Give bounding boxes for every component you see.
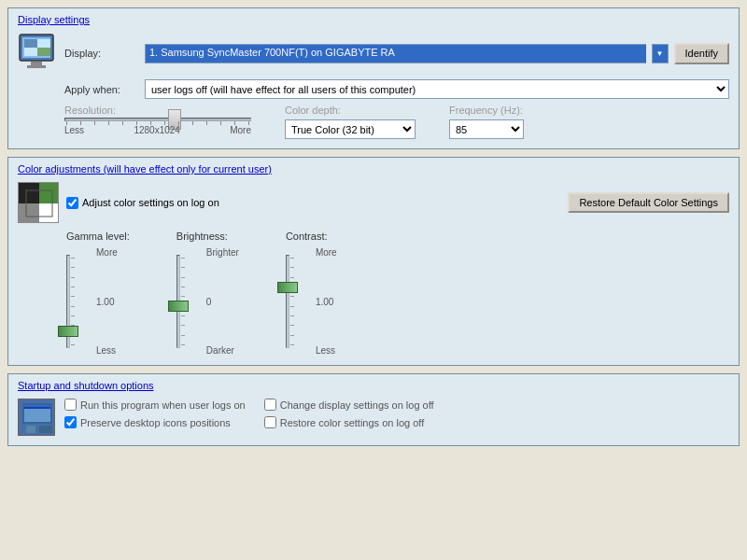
- frequency-label: Frequency (Hz):: [449, 105, 524, 116]
- brightness-current-value: 0: [206, 297, 239, 307]
- svg-rect-5: [24, 39, 37, 48]
- contrast-label: Contrast:: [286, 231, 328, 242]
- startup-content: Run this program when user logs on Prese…: [18, 399, 729, 436]
- startup-option3-row: Change display settings on log off: [264, 399, 434, 411]
- contrast-slider-wrapper: More 1.00 Less: [286, 247, 337, 356]
- resolution-more-label: More: [230, 125, 251, 135]
- startup-icon: [18, 399, 55, 436]
- gamma-slider-group: Gamma level:: [66, 231, 130, 356]
- resolution-slider-container: Less 1280x1024 More: [64, 118, 251, 135]
- gamma-track-container: [66, 255, 70, 348]
- brightness-slider-wrapper: Brighter 0 Darker: [176, 247, 239, 356]
- brightness-track-container: [176, 255, 180, 348]
- startup-title: Startup and shutdown options: [18, 380, 729, 391]
- apply-when-label: Apply when:: [64, 84, 139, 95]
- color-header-row: Adjust color settings on log on Restore …: [18, 182, 729, 223]
- resolution-less-label: Less: [64, 125, 84, 135]
- svg-rect-6: [37, 48, 50, 56]
- resolution-current-value: 1280x1024: [134, 125, 180, 135]
- display-value[interactable]: 1. Samsung SyncMaster 700NF(T) on GIGABY…: [145, 44, 646, 63]
- brightness-slider-group: Brightness:: [176, 231, 239, 356]
- gamma-current-value: 1.00: [96, 297, 118, 307]
- brightness-top-label: Brighter: [206, 247, 239, 258]
- gamma-top-label: More: [96, 247, 118, 258]
- svg-rect-10: [39, 183, 59, 203]
- startup-checks: Run this program when user logs on Prese…: [64, 399, 729, 428]
- display-settings-section: Display settings Display: 1. Samsung Syn…: [7, 7, 740, 149]
- adjust-color-checkbox-row: Adjust color settings on log on: [66, 197, 219, 209]
- color-preview-icon: [18, 182, 59, 223]
- adjust-color-label: Adjust color settings on log on: [82, 197, 219, 208]
- color-depth-label: Color depth:: [285, 105, 416, 116]
- identify-button[interactable]: Identify: [674, 43, 729, 64]
- contrast-track[interactable]: [286, 255, 289, 348]
- contrast-top-label: More: [316, 247, 337, 258]
- resolution-row: Resolution: Less 1280x1024 More: [18, 105, 729, 139]
- startup-option2-checkbox[interactable]: [64, 416, 77, 428]
- brightness-track[interactable]: [176, 255, 180, 348]
- color-adjustments-section: Color adjustments (will have effect only…: [7, 157, 740, 366]
- startup-option4-checkbox[interactable]: [264, 416, 276, 428]
- display-settings-title: Display settings: [18, 14, 729, 25]
- gamma-bottom-label: Less: [96, 345, 118, 356]
- frequency-group: Frequency (Hz): 85: [449, 105, 524, 139]
- startup-option1-row: Run this program when user logs on: [64, 399, 246, 411]
- display-dropdown-arrow[interactable]: ▼: [652, 44, 669, 63]
- resolution-slider-labels: Less 1280x1024 More: [64, 125, 251, 135]
- startup-check-col-right: Change display settings on log off Resto…: [264, 399, 434, 428]
- contrast-labels: More 1.00 Less: [316, 247, 337, 356]
- brightness-labels: Brighter 0 Darker: [206, 247, 239, 356]
- display-row: Display: 1. Samsung SyncMaster 700NF(T) …: [18, 33, 729, 74]
- startup-section: Startup and shutdown options Run this p: [7, 373, 740, 446]
- color-depth-select[interactable]: True Color (32 bit): [285, 119, 416, 139]
- sliders-row: Gamma level:: [18, 231, 729, 356]
- gamma-slider-wrapper: More 1.00 Less: [66, 247, 118, 356]
- svg-rect-8: [19, 183, 39, 203]
- svg-rect-18: [26, 426, 35, 433]
- startup-option1-label: Run this program when user logs on: [80, 399, 246, 411]
- frequency-select[interactable]: 85: [449, 119, 524, 139]
- startup-option2-row: Preserve desktop icons positions: [64, 416, 246, 428]
- svg-rect-19: [39, 426, 52, 433]
- startup-option3-checkbox[interactable]: [264, 399, 276, 411]
- gamma-thumb[interactable]: [58, 326, 78, 337]
- startup-option4-label: Restore color settings on log off: [280, 417, 425, 428]
- startup-check-col-left: Run this program when user logs on Prese…: [64, 399, 246, 428]
- svg-rect-17: [24, 405, 50, 407]
- apply-when-select[interactable]: user logs off (will have effect for all …: [145, 79, 729, 99]
- gamma-track[interactable]: [66, 255, 70, 348]
- apply-when-row: Apply when: user logs off (will have eff…: [18, 79, 729, 99]
- gamma-label: Gamma level:: [66, 231, 130, 242]
- contrast-current-value: 1.00: [316, 297, 337, 307]
- contrast-bottom-label: Less: [316, 345, 337, 356]
- brightness-thumb[interactable]: [168, 301, 189, 312]
- svg-rect-11: [19, 203, 39, 223]
- display-label: Display:: [64, 48, 139, 59]
- svg-rect-9: [39, 203, 59, 223]
- restore-defaults-button[interactable]: Restore Default Color Settings: [568, 192, 729, 213]
- startup-option2-label: Preserve desktop icons positions: [80, 417, 231, 428]
- contrast-thumb[interactable]: [277, 282, 298, 293]
- brightness-bottom-label: Darker: [206, 345, 239, 356]
- svg-rect-2: [31, 62, 42, 65]
- gamma-labels: More 1.00 Less: [96, 247, 118, 356]
- color-depth-group: Color depth: True Color (32 bit): [285, 105, 416, 139]
- contrast-track-container: [286, 255, 289, 348]
- color-adjustments-title: Color adjustments (will have effect only…: [18, 163, 729, 175]
- adjust-color-checkbox[interactable]: [66, 197, 78, 209]
- svg-rect-3: [27, 65, 46, 68]
- resolution-group: Resolution: Less 1280x1024 More: [64, 105, 251, 135]
- brightness-label: Brightness:: [176, 231, 228, 242]
- monitor-icon: [18, 33, 59, 74]
- startup-option1-checkbox[interactable]: [64, 399, 77, 411]
- startup-option3-label: Change display settings on log off: [280, 399, 434, 411]
- contrast-slider-group: Contrast:: [286, 231, 337, 356]
- startup-option4-row: Restore color settings on log off: [264, 416, 434, 428]
